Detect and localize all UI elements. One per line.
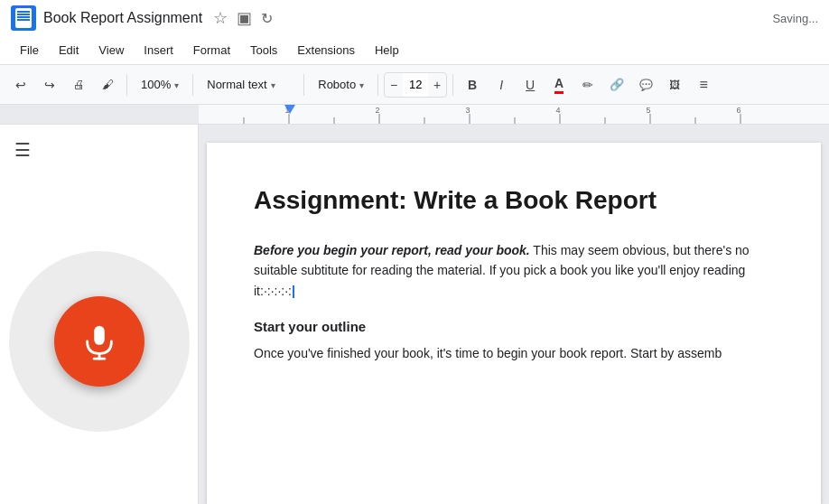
menu-view[interactable]: View xyxy=(89,40,133,61)
document-heading: Assignment: Write a Book Report xyxy=(254,186,774,215)
zoom-chevron-icon xyxy=(174,78,179,91)
menu-bar: File Edit View Insert Format Tools Exten… xyxy=(0,36,829,65)
divider-2 xyxy=(192,74,193,96)
title-icons: ☆ ▣ ↻ xyxy=(213,8,273,28)
divider-1 xyxy=(126,74,127,96)
title-bar: Book Report Assignment ☆ ▣ ↻ Saving... xyxy=(0,0,829,36)
style-chevron-icon xyxy=(271,78,275,91)
menu-tools[interactable]: Tools xyxy=(241,40,286,61)
section-1-title: Start your outline xyxy=(254,319,774,334)
menu-help[interactable]: Help xyxy=(366,40,408,61)
paragraph-1: Before you begin your report, read your … xyxy=(254,240,774,301)
menu-extensions[interactable]: Extensions xyxy=(288,40,364,61)
document-title: Book Report Assignment xyxy=(43,10,202,26)
font-chevron-icon xyxy=(359,78,364,91)
left-panel: ☰ xyxy=(0,125,199,504)
font-value: Roboto xyxy=(318,78,356,91)
ruler-content: 1 2 3 4 5 6 xyxy=(199,105,829,124)
zoom-dropdown[interactable]: 100% xyxy=(133,71,187,98)
menu-file[interactable]: File xyxy=(11,40,48,61)
document-area[interactable]: Assignment: Write a Book Report Before y… xyxy=(199,125,829,504)
toolbar: ↩ ↪ 🖨 🖌 100% Normal text Roboto − + B I … xyxy=(0,65,829,105)
font-dropdown[interactable]: Roboto xyxy=(310,71,372,98)
svg-text:5: 5 xyxy=(646,106,650,115)
insert-image-button[interactable]: 🖼 xyxy=(661,71,688,98)
bold-button[interactable]: B xyxy=(459,71,486,98)
undo-button[interactable]: ↩ xyxy=(7,71,34,98)
main-area: ☰ Assignment: Write a Book Report xyxy=(0,125,829,504)
menu-edit[interactable]: Edit xyxy=(50,40,88,61)
saving-label: Saving... xyxy=(772,12,818,25)
ruler-ticks: 1 2 3 4 5 6 xyxy=(199,105,829,125)
text-cursor xyxy=(293,285,294,298)
doc-icon-inner xyxy=(15,8,32,28)
style-dropdown[interactable]: Normal text xyxy=(199,71,298,98)
font-size-decrease-button[interactable]: − xyxy=(385,73,403,97)
text-color-icon: A xyxy=(554,76,564,94)
menu-insert[interactable]: Insert xyxy=(135,40,182,61)
style-value: Normal text xyxy=(207,78,266,91)
text-color-button[interactable]: A xyxy=(545,71,573,98)
svg-text:1: 1 xyxy=(284,106,289,115)
link-button[interactable]: 🔗 xyxy=(603,71,630,98)
svg-text:3: 3 xyxy=(465,106,470,115)
divider-5 xyxy=(452,74,453,96)
print-button[interactable]: 🖨 xyxy=(65,71,92,98)
voice-typing-button[interactable] xyxy=(54,296,144,387)
voice-overlay xyxy=(9,251,190,432)
microphone-icon xyxy=(79,321,120,362)
section-1-text: Once you've finished your book, it's tim… xyxy=(254,343,774,363)
svg-text:6: 6 xyxy=(736,106,741,115)
svg-text:4: 4 xyxy=(555,106,560,115)
saving-status: Saving... xyxy=(772,12,818,25)
divider-4 xyxy=(377,74,378,96)
italic-button[interactable]: I xyxy=(488,71,515,98)
svg-text:2: 2 xyxy=(375,106,379,115)
underline-button[interactable]: U xyxy=(517,71,544,98)
star-icon[interactable]: ☆ xyxy=(213,8,228,28)
highlight-button[interactable]: ✏ xyxy=(574,71,601,98)
font-size-container: − + xyxy=(384,72,447,98)
divider-3 xyxy=(303,74,304,96)
font-size-increase-button[interactable]: + xyxy=(428,73,446,97)
more-button[interactable]: ≡ xyxy=(690,71,717,98)
paint-format-button[interactable]: 🖌 xyxy=(94,71,121,98)
ruler: 1 2 3 4 5 6 xyxy=(0,105,829,125)
menu-format[interactable]: Format xyxy=(184,40,239,61)
outline-icon[interactable]: ☰ xyxy=(14,139,31,161)
sync-icon[interactable]: ↻ xyxy=(261,10,273,27)
svg-rect-18 xyxy=(94,326,105,345)
document-page: Assignment: Write a Book Report Before y… xyxy=(207,143,821,504)
zoom-value: 100% xyxy=(141,78,171,91)
insert-comment-button[interactable]: 💬 xyxy=(632,71,659,98)
font-size-input[interactable] xyxy=(403,73,428,97)
bold-italic-text: Before you begin your report, read your … xyxy=(254,243,530,257)
folder-icon[interactable]: ▣ xyxy=(237,8,252,28)
redo-button[interactable]: ↪ xyxy=(36,71,63,98)
doc-icon xyxy=(11,5,36,31)
ruler-left-margin xyxy=(0,105,199,124)
